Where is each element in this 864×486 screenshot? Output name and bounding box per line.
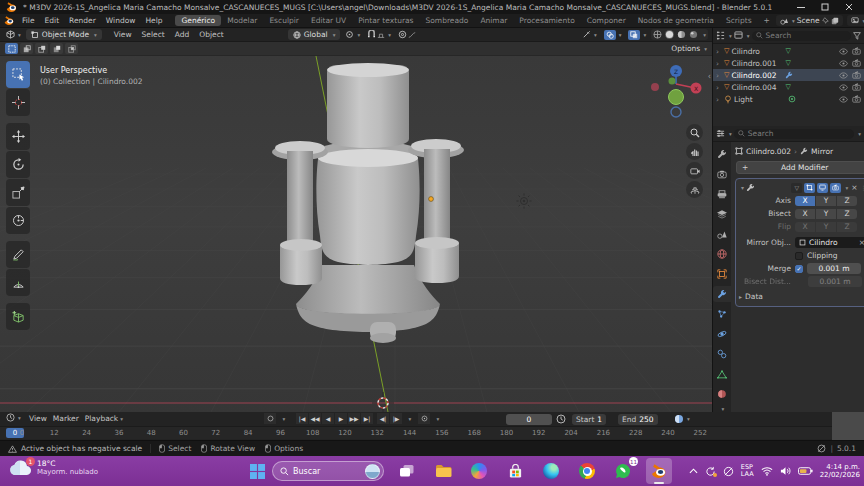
data-subpanel[interactable]: ▸ Data [739,290,864,303]
properties-search-input[interactable]: Search [734,129,854,139]
solid-shading-button[interactable] [665,30,674,39]
workspace-tab-componer[interactable]: Componer [581,15,632,26]
bisect-y-button[interactable]: Y [816,209,836,219]
scene-properties-tab[interactable] [713,226,731,242]
update-sync-icon[interactable] [705,466,716,477]
breadcrumb-modifier[interactable]: Mirror [811,147,833,156]
outliner-editor-icon[interactable] [716,31,725,40]
outliner-search-input[interactable]: Search [752,31,851,41]
drag-handle-icon[interactable]: ⋮⋮ [860,184,864,191]
select-mode-invert-button[interactable] [50,43,63,54]
constraints-properties-tab[interactable] [713,346,731,362]
flip-x-button[interactable]: X [795,222,815,232]
search-highlight-thumbnail[interactable] [365,464,380,479]
disable-render-camera-icon[interactable] [852,71,861,79]
jump-to-end-button[interactable]: ▶| [361,413,373,424]
outliner-item-cilindro-004[interactable]: ›▽Cilindro.004▽ [713,81,864,93]
current-frame-field[interactable]: 0 [506,414,552,425]
data-properties-tab[interactable] [713,366,731,382]
outliner-item-cilindro-002[interactable]: ›▽Cilindro.002 [713,69,864,81]
transform-tool[interactable] [6,207,30,234]
render-properties-tab[interactable] [713,166,731,182]
viewport-menu-object[interactable]: Object [194,29,228,40]
topbar-menu-file[interactable]: File [17,15,40,26]
whatsapp-icon[interactable]: 11 [610,458,636,484]
record-icon[interactable] [264,413,276,424]
frame-tick-132[interactable]: 132 [371,429,384,437]
frame-tick-180[interactable]: 180 [500,429,513,437]
close-button[interactable] [844,2,854,12]
frame-tick-24[interactable]: 24 [82,429,91,437]
workspace-tab-sombreado[interactable]: Sombreado [419,15,474,26]
world-properties-tab[interactable] [713,246,731,262]
workspace-tab-editar-uv[interactable]: Editar UV [305,15,352,26]
scene-selector[interactable]: ▾ Scene [776,15,843,26]
disable-render-camera-icon[interactable] [852,59,861,67]
weather-widget[interactable]: 1 18°C Mayorm. nublado [8,459,98,476]
timeline-menu-playback[interactable]: Playback▾ [82,413,126,424]
timeline-menu-marker[interactable]: Marker [50,413,82,424]
select-mode-intersect-button[interactable] [65,43,78,54]
merge-threshold-field[interactable]: 0.001 m [807,263,861,274]
xray-toggle[interactable]: ▾ [626,30,648,40]
properties-editor-icon[interactable] [716,129,725,138]
neg-x-axis-ball[interactable] [651,83,659,91]
mirror-object-field[interactable]: Cilindro × [795,237,864,248]
zoom-button[interactable] [686,124,703,141]
jump-to-start-button[interactable]: |◀ [296,413,308,424]
annotate-tool[interactable] [6,241,30,268]
bisect-distance-field[interactable]: 0.001 m [808,276,862,287]
frame-end-field[interactable]: End250 [618,414,658,425]
frame-tick-216[interactable]: 216 [597,429,610,437]
measure-tool[interactable] [6,269,30,296]
frame-tick-168[interactable]: 168 [468,429,481,437]
object-name[interactable]: Cilindro.002 [731,71,783,80]
add-workspace-button[interactable]: + [760,16,774,25]
chevron-down-icon[interactable]: ▾ [403,413,415,424]
render-toggle[interactable] [830,183,841,193]
frame-tick-192[interactable]: 192 [532,429,545,437]
editor-type-button[interactable]: ▾ [4,30,23,39]
flip-y-button[interactable]: Y [816,222,836,232]
particles-properties-tab[interactable] [713,306,731,322]
disable-render-camera-icon[interactable] [852,95,861,103]
hide-viewport-eye-icon[interactable] [839,96,848,103]
object-name[interactable]: Cilindro.004 [731,83,783,92]
next-keyframe-button[interactable]: ▶▶ [348,413,360,424]
outliner-item-cilindro-001[interactable]: ›▽Cilindro.001▽ [713,57,864,69]
wifi-icon[interactable] [761,466,773,476]
language-indicator[interactable]: ESP LAA [741,464,754,479]
pivot-point-selector[interactable]: ▾ [343,30,362,39]
expand-icon[interactable]: › [716,95,722,104]
physics-properties-tab[interactable] [713,326,731,342]
sidebar-collapse-icon[interactable]: ‹ [708,72,711,81]
expand-icon[interactable]: › [716,83,722,92]
step-forward-button[interactable]: |▶ [390,413,402,424]
copilot-icon[interactable] [466,458,492,484]
frame-tick-228[interactable]: 228 [629,429,642,437]
chevron-down-icon[interactable]: ▾ [431,413,443,424]
maximize-button[interactable] [820,2,830,12]
options-dropdown[interactable]: Options ▾ [671,44,707,53]
expand-icon[interactable]: › [716,59,722,68]
workspace-tab-procesamiento[interactable]: Procesamiento [513,15,580,26]
workspace-tab-nodos-de-geometria[interactable]: Nodos de geometria [632,15,720,26]
workspace-tab-gen-rico[interactable]: Genérico [175,15,221,26]
add-modifier-button[interactable]: + Add Modifier [736,161,864,174]
tool-properties-tab[interactable] [713,146,731,162]
use-preview-range-icon[interactable] [556,414,566,424]
new-scene-icon[interactable] [831,17,839,25]
edge-icon[interactable] [538,458,564,484]
frame-tick-60[interactable]: 60 [179,429,188,437]
topbar-menu-help[interactable]: Help [140,15,167,26]
timeline-ruler[interactable]: 0 01224364860728496108120132144156168180… [0,427,832,439]
merge-checkbox[interactable]: ✓ [795,265,803,273]
frame-tick-120[interactable]: 120 [338,429,351,437]
outliner-item-light[interactable]: ›Light [713,93,864,105]
material-shading-button[interactable] [677,30,686,39]
chevron-down-icon[interactable]: ▾ [277,413,289,424]
blender-menu-icon[interactable] [4,16,15,25]
view-layer-selector[interactable]: ▾ ViewLayer × [847,15,864,26]
realtime-toggle[interactable] [817,183,828,193]
blender-taskbar-icon[interactable] [646,458,672,484]
